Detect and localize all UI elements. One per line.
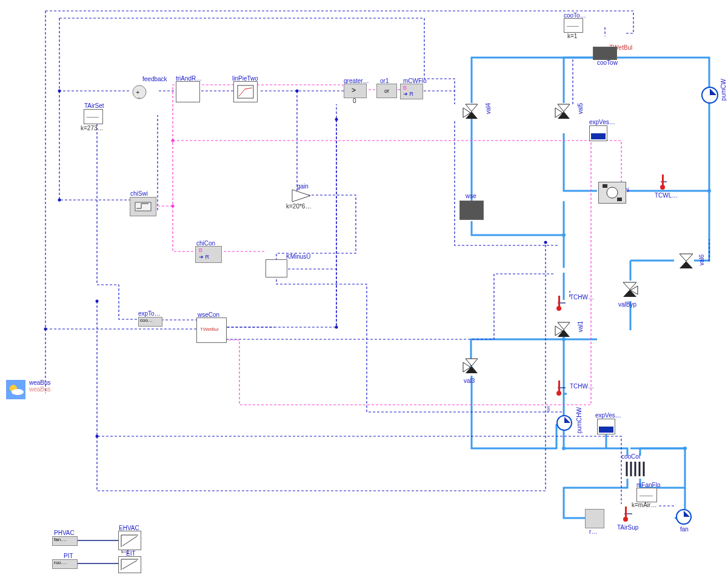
valbyp-label: valByp — [618, 301, 636, 308]
svg-line-64 — [122, 560, 137, 569]
svg-point-15 — [707, 189, 711, 193]
gain-block[interactable] — [291, 188, 312, 203]
pumchw-label: pumCHW — [576, 407, 583, 433]
tchw-sensor-2[interactable] — [553, 379, 566, 397]
r-block[interactable] — [585, 509, 604, 528]
val4-block[interactable] — [461, 102, 483, 124]
cootow-label: cooTow — [597, 59, 618, 66]
tairset-k: k=273… — [81, 125, 104, 131]
diagram-canvas: weaBus weaBus TAirSet k=273… feedback + … — [0, 0, 728, 575]
val5-block[interactable] — [553, 102, 575, 124]
svg-point-5 — [296, 90, 299, 93]
svg-rect-42 — [558, 296, 560, 308]
triandr-block[interactable] — [176, 81, 200, 102]
coocoi-label: cooCoi — [621, 453, 640, 460]
svg-point-43 — [556, 306, 561, 311]
phvac-block[interactable]: fan.… — [52, 536, 78, 546]
svg-point-8 — [544, 241, 547, 244]
svg-point-9 — [172, 205, 175, 208]
expto-block[interactable]: coo… — [138, 317, 162, 327]
tairset-block[interactable] — [84, 109, 103, 124]
fan-label: fan — [680, 526, 689, 533]
feedback-label: feedback — [142, 76, 167, 82]
svg-rect-59 — [625, 507, 627, 519]
valbyp-block[interactable] — [619, 280, 640, 301]
svg-point-0 — [58, 90, 61, 93]
wse-block[interactable] — [459, 201, 484, 220]
svg-point-6 — [335, 118, 338, 121]
expves2-block[interactable] — [597, 419, 615, 434]
tchw-label-2: TCHW… — [570, 383, 594, 390]
tairsup-label: TAirSup — [617, 524, 638, 531]
svg-point-7 — [335, 326, 338, 329]
chiswi-label: chiSwi — [130, 190, 148, 197]
ehvac-block[interactable] — [118, 531, 141, 550]
expves-block[interactable] — [589, 125, 607, 141]
pit-block[interactable]: roo.… — [52, 559, 78, 569]
svg-marker-37 — [680, 254, 693, 261]
svg-line-63 — [122, 536, 137, 546]
tcwl-label: TCWL… — [655, 192, 678, 199]
mcwflo-block[interactable]: B ➜ R — [400, 84, 423, 99]
svg-point-13 — [562, 447, 566, 450]
expves2-label: expVes… — [595, 412, 621, 419]
svg-marker-38 — [680, 261, 693, 268]
expto-label: expTo… — [138, 310, 161, 317]
svg-point-17 — [12, 389, 24, 395]
mfanflo-k: k=mAir… — [632, 502, 656, 508]
val6-block[interactable] — [676, 251, 696, 272]
svg-rect-35 — [603, 184, 607, 188]
val4-label: val4 — [485, 103, 492, 114]
tchw-sensor-1[interactable] — [553, 294, 566, 312]
on-label: on — [546, 406, 551, 411]
pumcw-label: pumCW — [720, 79, 727, 101]
svg-point-51 — [556, 391, 561, 396]
svg-point-1 — [58, 199, 61, 202]
chiswi-block[interactable] — [130, 197, 156, 216]
pit-label: PIT — [64, 553, 73, 559]
tairset-label: TAirSet — [84, 102, 104, 109]
mfanflo-block[interactable] — [636, 488, 657, 502]
val3-label: val3 — [464, 377, 475, 384]
val3-block[interactable] — [461, 356, 483, 377]
tchw-label-1: TCHW… — [570, 294, 594, 301]
chi-block[interactable] — [598, 182, 626, 204]
feedback-block[interactable]: + - — [131, 84, 148, 101]
val6-label: val6 — [698, 254, 705, 265]
phvac-label: PHVAC — [54, 530, 75, 536]
tairsup-sensor[interactable] — [619, 505, 633, 523]
svg-rect-50 — [558, 381, 560, 393]
r-label: r… — [589, 528, 597, 535]
cooto-block[interactable] — [564, 18, 583, 33]
svg-point-31 — [660, 185, 665, 190]
svg-point-3 — [96, 300, 99, 303]
val5-label: val5 — [577, 103, 584, 114]
coocoi-block[interactable] — [623, 460, 646, 477]
wse-label: wse — [466, 193, 476, 199]
cooto-k: k=1 — [567, 33, 577, 39]
greater-block[interactable]: > — [344, 84, 367, 98]
kminusu-block[interactable] — [265, 259, 287, 278]
wsecon-block[interactable]: TWetBul — [196, 317, 227, 343]
val1-block[interactable] — [553, 320, 575, 341]
svg-point-4 — [96, 435, 99, 438]
or1-block[interactable]: or — [376, 84, 397, 98]
pumcw-block[interactable] — [700, 85, 720, 105]
svg-rect-21 — [238, 85, 253, 98]
svg-point-60 — [623, 517, 628, 522]
svg-point-10 — [172, 139, 175, 142]
cootow-block[interactable] — [593, 47, 617, 60]
weabus-label-2: weaBus — [29, 386, 51, 393]
weabus-label: weaBus — [29, 379, 51, 386]
svg-point-11 — [562, 233, 566, 237]
pumchw-block[interactable] — [555, 414, 573, 432]
weather-block[interactable] — [6, 380, 25, 399]
chicon-block[interactable]: B ➜ R — [195, 246, 222, 263]
fan-block[interactable] — [675, 508, 693, 526]
svg-point-34 — [607, 187, 618, 198]
tcwl-sensor[interactable] — [656, 173, 670, 191]
eit-block[interactable] — [118, 556, 141, 573]
greater-zero: 0 — [353, 98, 356, 104]
gain-k: k=20*6… — [286, 203, 311, 210]
linpietwo-block[interactable] — [233, 81, 258, 102]
